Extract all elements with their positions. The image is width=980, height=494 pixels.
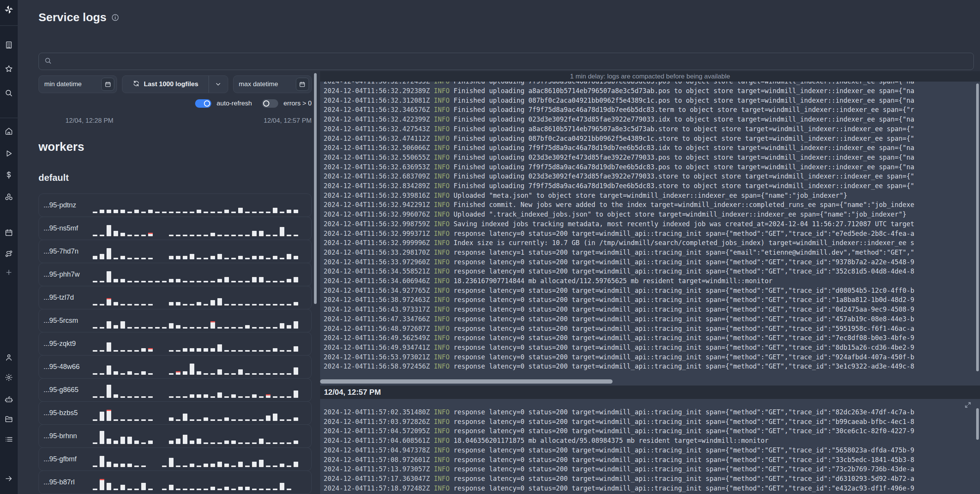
- activity-bar: [287, 466, 291, 467]
- logfiles-select[interactable]: Last 1000 logfiles: [122, 75, 228, 93]
- max-datetime-calendar-button[interactable]: [296, 78, 309, 91]
- activity-bar: [162, 327, 167, 329]
- log-block2-scrollbar[interactable]: [976, 408, 979, 440]
- worker-row[interactable]: ...95-g8665: [38, 378, 312, 402]
- worker-row[interactable]: ...95-bzbs5: [38, 401, 312, 425]
- worker-row[interactable]: ...95-7hd7n: [38, 240, 312, 263]
- logfiles-dropdown-button[interactable]: [209, 76, 228, 93]
- expand-sidebar-arrow-icon[interactable]: [5, 474, 13, 483]
- activity-bar: [183, 235, 187, 236]
- workers-scrollbar[interactable]: [314, 73, 317, 304]
- windmill-logo-icon[interactable]: [4, 5, 14, 15]
- activity-bar: [134, 304, 139, 305]
- search-input[interactable]: [56, 58, 968, 65]
- error-bar-cap: [266, 394, 270, 396]
- worker-activity-sparkline: [93, 313, 311, 329]
- worker-name: ...95-7hd7n: [39, 247, 93, 255]
- activity-bar: [197, 210, 201, 213]
- home-icon[interactable]: [5, 127, 13, 135]
- min-datetime-field[interactable]: min datetime: [38, 75, 117, 93]
- activity-bar: [238, 350, 243, 352]
- log-level: INFO: [434, 334, 454, 342]
- worker-row[interactable]: ...95-tzl7d: [38, 286, 312, 309]
- activity-bar: [294, 346, 298, 352]
- info-icon[interactable]: [111, 13, 119, 22]
- max-datetime-field[interactable]: max datetime: [233, 75, 312, 93]
- activity-bar: [120, 485, 125, 490]
- log-block-divider: 12/04, 12:57 PM: [320, 386, 980, 399]
- activity-bar: [176, 212, 180, 213]
- log-block-1[interactable]: 2024-12-04T11:56:32.272435Z INFO Finishe…: [320, 82, 980, 371]
- runs-play-icon[interactable]: [5, 149, 13, 158]
- user-icon[interactable]: [5, 353, 13, 362]
- activity-bar: [294, 210, 298, 213]
- activity-bar: [120, 256, 125, 259]
- add-plus-icon[interactable]: [5, 269, 13, 276]
- activity-bar: [217, 212, 222, 213]
- activity-bar: [280, 323, 284, 329]
- settings-gear-icon[interactable]: [5, 373, 13, 382]
- auto-refresh-toggle[interactable]: [195, 99, 211, 108]
- search-nav-icon[interactable]: [5, 89, 13, 97]
- log-line: 2024-12-04T11:56:32.998759Z INFO Saving …: [324, 219, 980, 229]
- activity-bar: [273, 466, 277, 467]
- activity-bar: [155, 281, 160, 282]
- schedules-calendar-icon[interactable]: [5, 229, 13, 237]
- worker-row[interactable]: ...95-ns5mf: [38, 217, 312, 240]
- log-level: INFO: [434, 305, 454, 313]
- activity-bar: [294, 462, 298, 467]
- workspace-building-icon[interactable]: [5, 41, 13, 49]
- flows-route-icon[interactable]: [5, 250, 13, 258]
- log-block1-scrollbar[interactable]: [976, 83, 979, 371]
- log-timestamp: 2024-12-04T11:57:17.363047Z: [324, 475, 434, 482]
- log-message: Finished uploading 087bf0c2aca04921bb096…: [454, 97, 914, 104]
- workers-robot-icon[interactable]: [5, 395, 13, 404]
- activity-bar: [100, 327, 104, 329]
- log-horizontal-scrollbar[interactable]: [320, 379, 613, 384]
- worker-row[interactable]: ...95-zqkt9: [38, 332, 312, 355]
- activity-bar: [134, 258, 139, 259]
- worker-row[interactable]: ...95-48w66: [38, 355, 312, 379]
- activity-bar: [238, 442, 243, 444]
- folders-icon[interactable]: [5, 415, 13, 423]
- log-level: INFO: [434, 125, 454, 133]
- worker-row[interactable]: ...95-5rcsm: [38, 309, 312, 332]
- activity-bar: [266, 489, 270, 490]
- min-datetime-calendar-button[interactable]: [101, 78, 114, 91]
- log-message: Finished uploading 7f9f75d8a9ac46a78d19d…: [454, 82, 914, 85]
- log-message: response latency=0 status=200 target=win…: [454, 315, 914, 323]
- logfiles-select-main[interactable]: Last 1000 logfiles: [122, 80, 208, 89]
- log-line: 2024-12-04T11:56:49.934741Z INFO respons…: [324, 343, 980, 352]
- activity-bar: [120, 279, 125, 282]
- worker-row[interactable]: ...95-phh7w: [38, 263, 312, 286]
- activity-bar: [231, 212, 236, 213]
- log-line: 2024-12-04T11:56:32.550655Z INFO Finishe…: [324, 153, 980, 162]
- errors-only-toggle[interactable]: [262, 99, 278, 108]
- log-timestamp: 2024-12-04T11:56:32.272435Z: [324, 82, 434, 85]
- activity-bar: [169, 396, 174, 398]
- activity-bar: [266, 212, 270, 213]
- activity-bar: [176, 419, 180, 421]
- activity-bar: [93, 212, 97, 213]
- activity-bar: [141, 281, 146, 282]
- worker-row[interactable]: ...95-b87rl: [38, 471, 312, 494]
- log-block-2[interactable]: 2024-12-04T11:57:02.351480Z INFO respons…: [320, 407, 980, 493]
- activity-bar: [169, 417, 174, 421]
- search-bar[interactable]: [38, 53, 974, 70]
- variables-dollar-icon[interactable]: [5, 171, 13, 179]
- activity-bar: [245, 212, 250, 213]
- activity-bar: [100, 304, 104, 305]
- favorites-star-icon[interactable]: [5, 65, 13, 73]
- log-line: 2024-12-04T11:57:13.973057Z INFO respons…: [324, 464, 980, 474]
- activity-bar: [231, 394, 236, 398]
- worker-row[interactable]: ...95-pdtnz: [38, 194, 312, 217]
- service-logs-list-icon[interactable]: [5, 435, 13, 444]
- worker-row[interactable]: ...95-brhnn: [38, 424, 312, 448]
- log-message: response latency=0 status=200 target=win…: [454, 287, 914, 294]
- worker-row[interactable]: ...95-gfbmf: [38, 447, 312, 471]
- activity-bar: [183, 489, 187, 490]
- worker-activity-sparkline: [93, 336, 311, 352]
- activity-bar: [134, 327, 139, 329]
- activity-bar: [280, 464, 284, 467]
- resources-cubes-icon[interactable]: [5, 193, 13, 201]
